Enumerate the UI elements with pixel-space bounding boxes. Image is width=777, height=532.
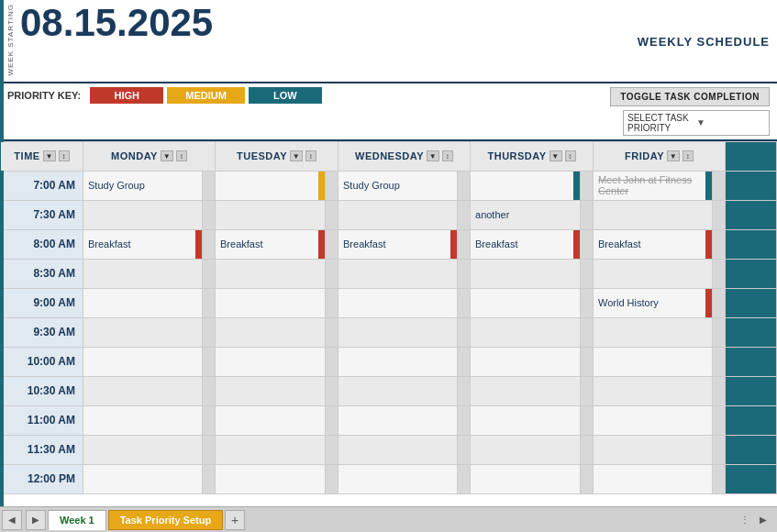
friday-cell-6[interactable] xyxy=(594,347,713,376)
monday-cell-10[interactable] xyxy=(83,464,203,493)
time-sort-btn[interactable]: ↕ xyxy=(59,150,70,161)
table-row[interactable]: 12:00 PM xyxy=(1,464,777,493)
thursday-cell-10[interactable] xyxy=(471,464,581,493)
friday-cell-0[interactable]: Meet John at Fitness Center xyxy=(594,171,713,200)
monday-filter-btn[interactable]: ▼ xyxy=(161,150,173,161)
tuesday-cell-2[interactable]: Breakfast xyxy=(216,229,326,259)
wednesday-cell-2[interactable]: Breakfast xyxy=(339,229,458,259)
friday-cell-4[interactable]: World History xyxy=(594,288,713,317)
wednesday-cell-6[interactable] xyxy=(339,347,458,376)
time-filter-btn[interactable]: ▼ xyxy=(43,150,56,161)
monday-cell-7[interactable] xyxy=(83,376,203,405)
friday-cell-10[interactable] xyxy=(594,464,713,493)
tab-nav-prev-btn[interactable]: ◀ xyxy=(2,510,22,530)
table-row[interactable]: 10:30 AM xyxy=(1,376,777,405)
tuesday-cell-9[interactable] xyxy=(216,435,326,464)
friday-cell-3[interactable] xyxy=(594,259,713,288)
tuesday-sep-6 xyxy=(326,347,339,376)
friday-cell-8[interactable] xyxy=(594,405,713,435)
tuesday-cell-8[interactable] xyxy=(216,405,326,435)
wednesday-filter-btn[interactable]: ▼ xyxy=(427,150,439,161)
tuesday-cell-6[interactable] xyxy=(216,347,326,376)
monday-cell-8[interactable] xyxy=(83,405,203,435)
wednesday-cell-3[interactable] xyxy=(339,259,458,288)
table-row[interactable]: 11:00 AM xyxy=(1,405,777,435)
monday-cell-4[interactable] xyxy=(83,288,203,317)
thursday-cell-6[interactable] xyxy=(471,347,581,376)
monday-sort-btn[interactable]: ↕ xyxy=(176,150,187,161)
monday-sep-5 xyxy=(203,317,216,347)
thursday-cell-0[interactable] xyxy=(471,171,581,200)
left-accent-bar xyxy=(0,0,4,506)
tuesday-sep-3 xyxy=(326,259,339,288)
tab-bar-scroll-right-icon[interactable]: ▶ xyxy=(755,512,771,528)
wednesday-cell-0[interactable]: Study Group xyxy=(339,171,458,200)
monday-cell-3[interactable] xyxy=(83,259,203,288)
tuesday-filter-btn[interactable]: ▼ xyxy=(290,150,303,161)
table-row[interactable]: 8:00 AMBreakfastBreakfastBreakfastBreakf… xyxy=(1,229,777,259)
wednesday-cell-7[interactable] xyxy=(339,376,458,405)
friday-priority-bar-2 xyxy=(705,230,712,259)
tuesday-cell-0[interactable] xyxy=(216,171,326,200)
monday-sep-10 xyxy=(203,464,216,493)
friday-filter-btn[interactable]: ▼ xyxy=(667,150,680,161)
table-row[interactable]: 8:30 AM xyxy=(1,259,777,288)
tuesday-sep-7 xyxy=(326,376,339,405)
tab-week1[interactable]: Week 1 xyxy=(48,510,106,530)
monday-cell-2[interactable]: Breakfast xyxy=(83,229,203,259)
table-row[interactable]: 7:30 AManother xyxy=(1,200,777,229)
tuesday-cell-10[interactable] xyxy=(216,464,326,493)
wednesday-cell-8[interactable] xyxy=(339,405,458,435)
monday-cell-5[interactable] xyxy=(83,317,203,347)
table-row[interactable]: 9:30 AM xyxy=(1,317,777,347)
tab-bar-menu-icon[interactable]: ⋮ xyxy=(737,512,753,528)
tab-nav-next-btn[interactable]: ▶ xyxy=(26,510,46,530)
select-priority-label: SELECT TASK PRIORITY xyxy=(627,113,696,133)
monday-cell-9[interactable] xyxy=(83,435,203,464)
monday-cell-0[interactable]: Study Group xyxy=(83,171,203,200)
wednesday-cell-1[interactable] xyxy=(339,200,458,229)
thursday-sort-btn[interactable]: ↕ xyxy=(565,150,576,161)
table-row[interactable]: 9:00 AMWorld History xyxy=(1,288,777,317)
monday-cell-6[interactable] xyxy=(83,347,203,376)
tuesday-cell-7[interactable] xyxy=(216,376,326,405)
thursday-cell-3[interactable] xyxy=(471,259,581,288)
friday-cell-1[interactable] xyxy=(594,200,713,229)
friday-cell-2[interactable]: Breakfast xyxy=(594,229,713,259)
tab-add-btn[interactable]: + xyxy=(225,510,245,530)
wednesday-cell-10[interactable] xyxy=(339,464,458,493)
tuesday-cell-5[interactable] xyxy=(216,317,326,347)
thursday-cell-2[interactable]: Breakfast xyxy=(471,229,581,259)
table-row[interactable]: 7:00 AMStudy GroupStudy GroupMeet John a… xyxy=(1,171,777,200)
friday-cell-9[interactable] xyxy=(594,435,713,464)
select-priority-dropdown[interactable]: SELECT TASK PRIORITY ▼ xyxy=(623,110,770,136)
tuesday-cell-1[interactable] xyxy=(216,200,326,229)
wednesday-cell-5[interactable] xyxy=(339,317,458,347)
tuesday-cell-3[interactable] xyxy=(216,259,326,288)
table-row[interactable]: 10:00 AM xyxy=(1,347,777,376)
wednesday-cell-4[interactable] xyxy=(339,288,458,317)
priority-key-row: PRIORITY KEY: HIGH MEDIUM LOW xyxy=(0,83,329,107)
wednesday-sort-btn[interactable]: ↕ xyxy=(442,150,453,161)
thursday-cell-4[interactable] xyxy=(471,288,581,317)
toggle-task-completion-button[interactable]: TOGGLE TASK COMPLETION xyxy=(610,87,770,106)
wednesday-sep-9 xyxy=(458,435,471,464)
tuesday-sort-btn[interactable]: ↕ xyxy=(305,150,316,161)
tuesday-sep-10 xyxy=(326,464,339,493)
table-row[interactable]: 11:30 AM xyxy=(1,435,777,464)
monday-cell-1[interactable] xyxy=(83,200,203,229)
friday-col-label: FRIDAY xyxy=(625,150,664,161)
tab-task-priority[interactable]: Task Priority Setup xyxy=(108,510,223,530)
thursday-sep-0 xyxy=(581,171,594,200)
thursday-cell-5[interactable] xyxy=(471,317,581,347)
tuesday-cell-4[interactable] xyxy=(216,288,326,317)
thursday-cell-7[interactable] xyxy=(471,376,581,405)
thursday-cell-9[interactable] xyxy=(471,435,581,464)
friday-cell-7[interactable] xyxy=(594,376,713,405)
thursday-cell-1[interactable]: another xyxy=(471,200,581,229)
thursday-filter-btn[interactable]: ▼ xyxy=(549,150,562,161)
friday-cell-5[interactable] xyxy=(594,317,713,347)
friday-sort-btn[interactable]: ↕ xyxy=(683,150,694,161)
wednesday-cell-9[interactable] xyxy=(339,435,458,464)
thursday-cell-8[interactable] xyxy=(471,405,581,435)
